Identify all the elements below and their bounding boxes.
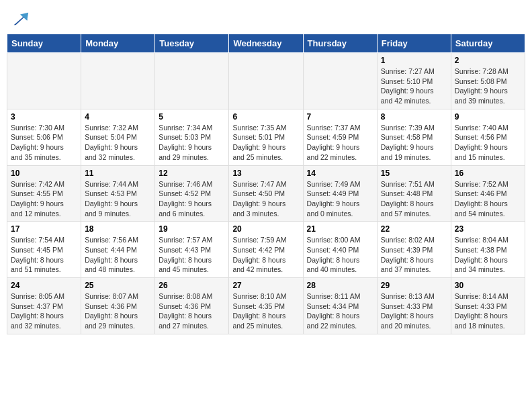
day-number: 4	[85, 112, 151, 122]
calendar-cell: 3Sunrise: 7:30 AM Sunset: 5:06 PM Daylig…	[7, 109, 81, 165]
day-info: Sunrise: 7:30 AM Sunset: 5:06 PM Dayligh…	[11, 123, 77, 163]
day-number: 2	[455, 56, 521, 65]
day-info: Sunrise: 7:27 AM Sunset: 5:10 PM Dayligh…	[381, 66, 447, 106]
day-info: Sunrise: 7:32 AM Sunset: 5:04 PM Dayligh…	[85, 123, 151, 163]
page-header	[7, 7, 525, 28]
calendar-cell: 9Sunrise: 7:40 AM Sunset: 4:56 PM Daylig…	[451, 109, 525, 165]
day-info: Sunrise: 7:37 AM Sunset: 4:59 PM Dayligh…	[307, 123, 373, 163]
calendar-cell: 5Sunrise: 7:34 AM Sunset: 5:03 PM Daylig…	[155, 109, 229, 165]
day-info: Sunrise: 8:05 AM Sunset: 4:37 PM Dayligh…	[11, 291, 77, 331]
day-info: Sunrise: 8:04 AM Sunset: 4:38 PM Dayligh…	[455, 235, 521, 275]
day-number: 14	[307, 169, 373, 178]
calendar-cell: 8Sunrise: 7:39 AM Sunset: 4:58 PM Daylig…	[377, 109, 451, 165]
day-info: Sunrise: 7:56 AM Sunset: 4:44 PM Dayligh…	[85, 235, 151, 275]
day-info: Sunrise: 8:10 AM Sunset: 4:35 PM Dayligh…	[232, 291, 299, 331]
calendar-cell: 17Sunrise: 7:54 AM Sunset: 4:45 PM Dayli…	[7, 222, 81, 278]
day-number: 10	[11, 169, 77, 178]
calendar-cell: 23Sunrise: 8:04 AM Sunset: 4:38 PM Dayli…	[451, 222, 525, 278]
calendar-cell	[7, 53, 81, 109]
calendar-cell: 21Sunrise: 8:00 AM Sunset: 4:40 PM Dayli…	[303, 222, 377, 278]
day-info: Sunrise: 7:52 AM Sunset: 4:46 PM Dayligh…	[455, 179, 521, 219]
calendar-cell: 18Sunrise: 7:56 AM Sunset: 4:44 PM Dayli…	[81, 222, 155, 278]
day-info: Sunrise: 8:08 AM Sunset: 4:36 PM Dayligh…	[159, 291, 225, 331]
calendar-cell: 24Sunrise: 8:05 AM Sunset: 4:37 PM Dayli…	[7, 278, 81, 334]
day-number: 9	[455, 112, 521, 122]
weekday-header-tuesday: Tuesday	[155, 34, 229, 53]
day-number: 3	[11, 112, 77, 122]
calendar-cell: 15Sunrise: 7:51 AM Sunset: 4:48 PM Dayli…	[377, 165, 451, 222]
day-number: 13	[232, 169, 299, 178]
weekday-header-sunday: Sunday	[7, 34, 81, 53]
calendar-cell: 19Sunrise: 7:57 AM Sunset: 4:43 PM Dayli…	[155, 222, 229, 278]
calendar-cell: 29Sunrise: 8:13 AM Sunset: 4:33 PM Dayli…	[377, 278, 451, 334]
day-info: Sunrise: 7:51 AM Sunset: 4:48 PM Dayligh…	[381, 179, 447, 219]
calendar-cell: 10Sunrise: 7:42 AM Sunset: 4:55 PM Dayli…	[7, 165, 81, 222]
day-number: 27	[232, 281, 299, 290]
calendar-cell: 26Sunrise: 8:08 AM Sunset: 4:36 PM Dayli…	[155, 278, 229, 334]
day-number: 6	[232, 112, 299, 122]
day-number: 8	[381, 112, 447, 122]
day-number: 5	[159, 112, 225, 122]
day-info: Sunrise: 7:54 AM Sunset: 4:45 PM Dayligh…	[11, 235, 77, 275]
day-info: Sunrise: 7:28 AM Sunset: 5:08 PM Dayligh…	[455, 66, 521, 106]
calendar-cell: 25Sunrise: 8:07 AM Sunset: 4:36 PM Dayli…	[81, 278, 155, 334]
calendar-week-row: 17Sunrise: 7:54 AM Sunset: 4:45 PM Dayli…	[7, 222, 525, 278]
calendar-cell: 6Sunrise: 7:35 AM Sunset: 5:01 PM Daylig…	[229, 109, 303, 165]
calendar-cell: 14Sunrise: 7:49 AM Sunset: 4:49 PM Dayli…	[303, 165, 377, 222]
day-info: Sunrise: 8:11 AM Sunset: 4:34 PM Dayligh…	[307, 291, 373, 331]
calendar-cell: 16Sunrise: 7:52 AM Sunset: 4:46 PM Dayli…	[451, 165, 525, 222]
calendar-cell: 1Sunrise: 7:27 AM Sunset: 5:10 PM Daylig…	[377, 53, 451, 109]
day-info: Sunrise: 7:59 AM Sunset: 4:42 PM Dayligh…	[232, 235, 299, 275]
weekday-header-saturday: Saturday	[451, 34, 525, 53]
day-number: 22	[381, 224, 447, 234]
day-number: 19	[159, 224, 225, 234]
day-info: Sunrise: 7:39 AM Sunset: 4:58 PM Dayligh…	[381, 123, 447, 163]
calendar-cell: 12Sunrise: 7:46 AM Sunset: 4:52 PM Dayli…	[155, 165, 229, 222]
day-number: 25	[85, 281, 151, 290]
day-number: 30	[455, 281, 521, 290]
day-number: 11	[85, 169, 151, 178]
day-number: 17	[11, 224, 77, 234]
logo	[9, 9, 30, 28]
day-number: 20	[232, 224, 299, 234]
calendar-week-row: 3Sunrise: 7:30 AM Sunset: 5:06 PM Daylig…	[7, 109, 525, 165]
day-info: Sunrise: 8:07 AM Sunset: 4:36 PM Dayligh…	[85, 291, 151, 331]
calendar-cell: 4Sunrise: 7:32 AM Sunset: 5:04 PM Daylig…	[81, 109, 155, 165]
day-number: 7	[307, 112, 373, 122]
day-number: 28	[307, 281, 373, 290]
day-info: Sunrise: 8:02 AM Sunset: 4:39 PM Dayligh…	[381, 235, 447, 275]
day-number: 12	[159, 169, 225, 178]
calendar-cell: 28Sunrise: 8:11 AM Sunset: 4:34 PM Dayli…	[303, 278, 377, 334]
day-number: 26	[159, 281, 225, 290]
calendar-cell: 11Sunrise: 7:44 AM Sunset: 4:53 PM Dayli…	[81, 165, 155, 222]
day-number: 21	[307, 224, 373, 234]
calendar-week-row: 10Sunrise: 7:42 AM Sunset: 4:55 PM Dayli…	[7, 165, 525, 222]
day-info: Sunrise: 7:46 AM Sunset: 4:52 PM Dayligh…	[159, 179, 225, 219]
day-info: Sunrise: 7:57 AM Sunset: 4:43 PM Dayligh…	[159, 235, 225, 275]
calendar-cell: 20Sunrise: 7:59 AM Sunset: 4:42 PM Dayli…	[229, 222, 303, 278]
weekday-header-monday: Monday	[81, 34, 155, 53]
weekday-header-wednesday: Wednesday	[229, 34, 303, 53]
day-info: Sunrise: 7:34 AM Sunset: 5:03 PM Dayligh…	[159, 123, 225, 163]
calendar-cell: 30Sunrise: 8:14 AM Sunset: 4:33 PM Dayli…	[451, 278, 525, 334]
weekday-header-thursday: Thursday	[303, 34, 377, 53]
weekday-header-friday: Friday	[377, 34, 451, 53]
day-info: Sunrise: 7:42 AM Sunset: 4:55 PM Dayligh…	[11, 179, 77, 219]
day-info: Sunrise: 7:47 AM Sunset: 4:50 PM Dayligh…	[232, 179, 299, 219]
calendar-cell: 7Sunrise: 7:37 AM Sunset: 4:59 PM Daylig…	[303, 109, 377, 165]
day-info: Sunrise: 8:00 AM Sunset: 4:40 PM Dayligh…	[307, 235, 373, 275]
logo-icon	[11, 9, 30, 28]
calendar-table: SundayMondayTuesdayWednesdayThursdayFrid…	[7, 34, 525, 334]
day-info: Sunrise: 7:49 AM Sunset: 4:49 PM Dayligh…	[307, 179, 373, 219]
day-number: 16	[455, 169, 521, 178]
day-number: 24	[11, 281, 77, 290]
day-info: Sunrise: 8:14 AM Sunset: 4:33 PM Dayligh…	[455, 291, 521, 331]
calendar-cell: 27Sunrise: 8:10 AM Sunset: 4:35 PM Dayli…	[229, 278, 303, 334]
day-number: 29	[381, 281, 447, 290]
day-number: 23	[455, 224, 521, 234]
calendar-cell	[81, 53, 155, 109]
calendar-cell	[155, 53, 229, 109]
day-info: Sunrise: 7:40 AM Sunset: 4:56 PM Dayligh…	[455, 123, 521, 163]
day-info: Sunrise: 7:35 AM Sunset: 5:01 PM Dayligh…	[232, 123, 299, 163]
calendar-week-row: 24Sunrise: 8:05 AM Sunset: 4:37 PM Dayli…	[7, 278, 525, 334]
